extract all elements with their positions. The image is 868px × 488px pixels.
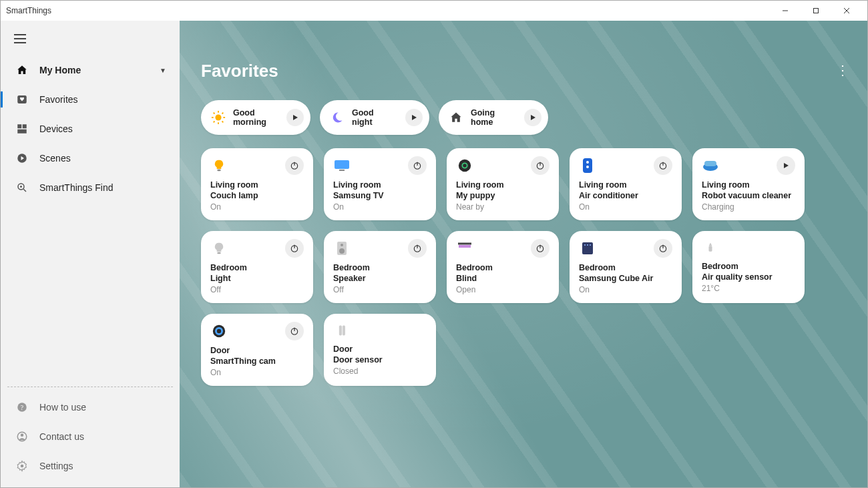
svg-rect-73 — [343, 326, 345, 336]
device-status: Closed — [333, 367, 427, 376]
menu-icon[interactable] — [14, 34, 26, 43]
device-card[interactable]: Living roomMy puppyNear by — [447, 148, 559, 220]
device-room: Door — [333, 344, 427, 355]
tag-icon — [456, 157, 473, 174]
svg-rect-34 — [339, 170, 345, 171]
power-button[interactable] — [531, 239, 550, 258]
device-card[interactable]: DoorSmartThing camOn — [201, 314, 313, 386]
sidebar-item-favorites[interactable]: Favorites — [1, 85, 180, 114]
sidebar-item-label: Devices — [39, 124, 73, 134]
svg-marker-48 — [784, 163, 789, 168]
sun-icon — [210, 109, 226, 126]
power-button[interactable] — [654, 156, 672, 175]
device-room: Living room — [702, 180, 795, 191]
sidebar-footer-settings[interactable]: Settings — [1, 451, 180, 481]
svg-rect-7 — [17, 130, 27, 134]
device-status: On — [210, 202, 304, 212]
contact-icon — [14, 430, 30, 443]
sidebar-footer-howto[interactable]: ? How to use — [1, 393, 180, 422]
device-status: Open — [456, 285, 550, 294]
play-button[interactable] — [777, 156, 795, 175]
device-card[interactable]: BedroomSpeakerOff — [324, 231, 436, 303]
play-icon[interactable] — [524, 109, 541, 126]
sidebar-footer-contact[interactable]: Contact us — [1, 422, 180, 451]
heart-icon — [14, 93, 30, 106]
svg-point-54 — [339, 248, 345, 254]
window-title: SmartThings — [6, 6, 770, 15]
sidebar-item-scenes[interactable]: Scenes — [1, 144, 180, 173]
scene-card[interactable]: Goodnight — [320, 100, 429, 135]
sidebar-footer-label: How to use — [39, 402, 86, 413]
close-button[interactable] — [831, 1, 862, 20]
device-name: Samsung Cube Air — [579, 274, 672, 284]
sidebar-item-find[interactable]: SmartThings Find — [1, 173, 180, 202]
device-card[interactable]: Living roomSamsung TVOn — [324, 148, 436, 220]
svg-point-18 — [215, 114, 221, 120]
window-controls — [770, 1, 862, 20]
device-room: Bedroom — [210, 263, 304, 274]
device-name: Robot vacuum cleaner — [702, 191, 795, 202]
sidebar-divider — [7, 387, 173, 387]
house-icon — [448, 109, 464, 126]
robot-icon — [702, 157, 719, 174]
play-icon[interactable] — [286, 109, 304, 126]
device-card[interactable]: DoorDoor sensorClosed — [324, 314, 436, 386]
sidebar-item-label: Favorites — [39, 94, 78, 105]
moon-icon — [329, 109, 345, 126]
svg-point-12 — [20, 186, 22, 188]
play-icon[interactable] — [405, 109, 423, 126]
cam-icon — [210, 322, 228, 340]
device-status: On — [579, 202, 672, 212]
sensor-icon — [702, 239, 719, 256]
find-icon — [14, 181, 30, 194]
svg-line-26 — [214, 121, 215, 123]
location-selector[interactable]: My Home ▼ — [1, 55, 180, 85]
scene-card[interactable]: Goinghome — [439, 100, 548, 135]
svg-rect-58 — [459, 245, 471, 248]
svg-point-68 — [213, 325, 225, 337]
device-card[interactable]: BedroomLightOff — [201, 231, 313, 303]
scene-card[interactable]: Goodmorning — [201, 100, 310, 135]
speaker-icon — [333, 240, 351, 257]
device-status: Off — [333, 285, 427, 294]
device-card[interactable]: BedroomBlindOpen — [447, 231, 559, 303]
svg-point-64 — [590, 244, 591, 246]
scene-label: Goodmorning — [233, 108, 280, 128]
svg-point-17 — [21, 465, 24, 468]
device-name: SmartThing cam — [210, 356, 304, 367]
device-card[interactable]: Living roomCouch lampOn — [201, 148, 313, 220]
svg-rect-47 — [704, 161, 716, 166]
minimize-button[interactable] — [770, 1, 801, 20]
svg-point-42 — [586, 161, 589, 164]
svg-rect-30 — [218, 170, 221, 172]
ac-icon — [579, 157, 596, 174]
device-room: Door — [210, 346, 304, 356]
chevron-down-icon: ▼ — [160, 67, 166, 74]
power-button[interactable] — [285, 322, 304, 340]
device-room: Living room — [579, 180, 672, 191]
power-button[interactable] — [654, 239, 672, 258]
svg-line-24 — [222, 121, 224, 123]
device-room: Living room — [210, 180, 304, 191]
device-card[interactable]: Living roomRobot vacuum cleanerCharging — [692, 148, 805, 220]
device-name: My puppy — [456, 191, 550, 202]
bulb-on-icon — [210, 157, 228, 174]
power-button[interactable] — [531, 156, 550, 175]
sidebar-item-label: Scenes — [39, 153, 71, 164]
maximize-button[interactable] — [801, 1, 831, 20]
power-button[interactable] — [408, 156, 427, 175]
svg-rect-72 — [339, 326, 342, 336]
power-button[interactable] — [285, 239, 304, 258]
device-card[interactable]: BedroomSamsung Cube AirOn — [570, 231, 682, 303]
device-status: On — [210, 368, 304, 377]
power-button[interactable] — [408, 239, 427, 258]
devices-icon — [14, 122, 30, 136]
home-icon — [14, 63, 30, 77]
device-name: Light — [210, 274, 304, 284]
sidebar-item-devices[interactable]: Devices — [1, 114, 180, 144]
power-button[interactable] — [285, 156, 304, 175]
device-card[interactable]: Living roomAir conditionerOn — [570, 148, 682, 220]
svg-line-11 — [23, 189, 26, 192]
device-card[interactable]: BedroomAir quality sensor21°C — [692, 231, 805, 303]
device-name: Air quality sensor — [702, 272, 795, 283]
